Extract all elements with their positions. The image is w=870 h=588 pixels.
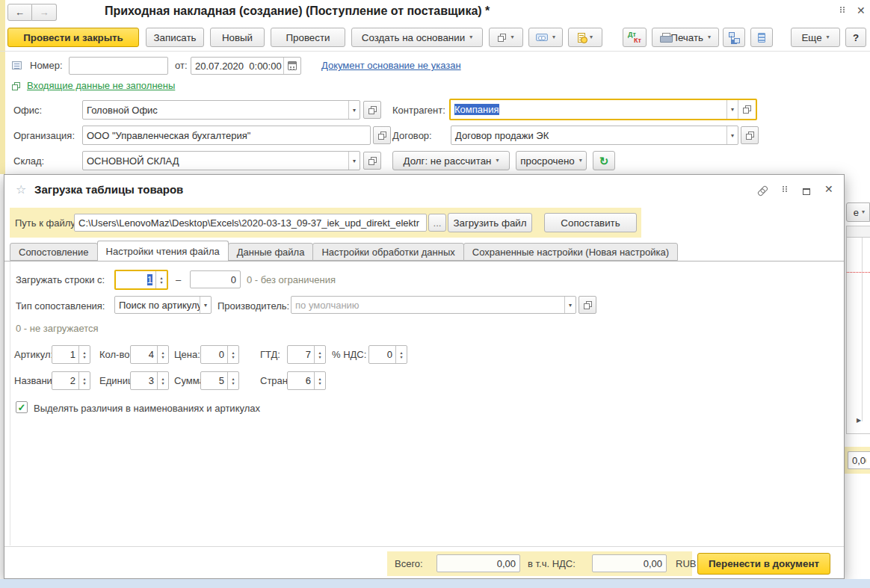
price-column-stepper[interactable]: 0▴▾ (200, 345, 239, 364)
help-button[interactable]: ? (845, 28, 866, 47)
office-combo[interactable]: Головной Офис ▾ (82, 100, 360, 120)
post-and-close-button[interactable]: Провести и закрыть (7, 28, 139, 47)
stepper-arrows[interactable]: ▴▾ (227, 372, 238, 389)
total-field: 0,00 (436, 554, 520, 572)
highlight-differences-checkbox[interactable]: ✓ (16, 401, 28, 413)
match-type-combo[interactable]: Поиск по артикулу ▾ (114, 296, 212, 314)
vat-total-field: 0,00 (592, 554, 667, 572)
stepper-arrows[interactable]: ▴▾ (155, 271, 167, 288)
warehouse-open-button[interactable] (363, 152, 381, 170)
stepper-arrows[interactable]: ▴▾ (78, 346, 90, 363)
contract-open-button[interactable] (741, 126, 759, 144)
toolbar-separator (0, 51, 870, 52)
price-column-label: Цена: (174, 349, 200, 360)
window-close-button[interactable]: ✕ (857, 4, 866, 16)
office-open-button[interactable] (363, 101, 381, 119)
stepper-arrows[interactable]: ▴▾ (157, 346, 168, 363)
gtd-column-stepper[interactable]: 7▴▾ (287, 345, 326, 364)
country-column-stepper[interactable]: 6▴▾ (287, 371, 326, 390)
document-number-icon (12, 61, 22, 72)
sum-column-stepper[interactable]: 5▴▾ (200, 371, 239, 390)
manufacturer-dropdown-button[interactable]: ▾ (564, 297, 576, 313)
page-title: Приходная накладная (создание) (Поступле… (105, 4, 490, 18)
debit-credit-button[interactable]: ДтКт (623, 28, 647, 47)
stepper-arrows[interactable]: ▴▾ (314, 372, 325, 389)
structure-button[interactable] (723, 28, 745, 47)
rows-from-stepper[interactable]: 1 ▴▾ (114, 270, 168, 290)
clipped-more-button[interactable]: е▾ (846, 202, 870, 222)
copy-menu-button[interactable]: ▾ (489, 28, 523, 47)
article-column-stepper[interactable]: 1▴▾ (52, 345, 90, 364)
load-file-button[interactable]: Загрузить файл (448, 213, 532, 232)
warehouse-dropdown-button[interactable]: ▾ (348, 152, 360, 170)
attachments-menu-button[interactable]: ▾ (528, 28, 563, 47)
office-dropdown-button[interactable]: ▾ (348, 101, 360, 119)
tab-file-read-settings[interactable]: Настройки чтения файла (97, 241, 229, 261)
open-icon (584, 301, 592, 309)
stepper-arrows[interactable]: ▴▾ (78, 372, 90, 389)
back-button[interactable]: ← (7, 4, 32, 21)
more-dots-icon (840, 7, 845, 13)
stepper-arrows[interactable]: ▴▾ (157, 372, 168, 389)
forward-button[interactable]: → (32, 4, 57, 21)
match-type-dropdown-button[interactable]: ▾ (200, 297, 211, 313)
vat-column-stepper[interactable]: 0▴▾ (368, 345, 407, 364)
tab-comparison[interactable]: Сопостовление (10, 243, 98, 261)
calendar-button[interactable] (283, 58, 300, 74)
compare-button[interactable]: Сопоставить (544, 213, 637, 232)
stepper-arrows[interactable]: ▴▾ (227, 346, 238, 363)
dialog-menu-button[interactable] (783, 186, 787, 192)
get-link-button[interactable] (757, 185, 768, 199)
dialog-close-button[interactable]: ✕ (824, 183, 833, 195)
window-menu-button[interactable] (840, 7, 845, 13)
overdue-button[interactable]: просрочено▾ (516, 151, 587, 170)
match-type-label: Тип сопоставления: (16, 300, 105, 312)
clipped-scroll-right-button[interactable]: ▶ (857, 417, 861, 424)
stepper-arrows[interactable]: ▴▾ (395, 346, 407, 363)
base-document-link[interactable]: Документ основание не указан (321, 60, 461, 71)
dialog-maximize-button[interactable] (803, 186, 810, 197)
browse-file-button[interactable]: ... (428, 214, 446, 232)
report-list-button[interactable] (750, 28, 773, 47)
quantity-column-stepper[interactable]: 4▴▾ (130, 345, 169, 364)
manufacturer-combo[interactable]: по умолчанию ▾ (291, 296, 576, 314)
clipped-separator (846, 433, 870, 434)
counterparty-open-button[interactable] (738, 100, 756, 119)
refresh-debt-button[interactable]: ↻ (593, 151, 615, 170)
tab-data-processing-settings[interactable]: Настройки обработки данных (312, 243, 463, 261)
more-dots-icon (783, 186, 787, 192)
tab-saved-settings[interactable]: Сохраненные настройки (Новая настройка) (463, 243, 678, 261)
date-input[interactable]: 20.07.2020 0:00:00 (191, 57, 301, 75)
post-button[interactable]: Провести (271, 28, 345, 47)
number-input[interactable] (69, 57, 168, 75)
favorite-star-icon[interactable]: ☆ (16, 182, 26, 196)
contract-dropdown-button[interactable]: ▾ (726, 126, 738, 144)
more-actions-button[interactable]: Еще▾ (791, 28, 840, 47)
chevron-down-icon: ▾ (353, 158, 356, 164)
organization-input[interactable]: ООО "Управленческая бухгалтерия" (82, 126, 371, 145)
contract-combo[interactable]: Договор продажи ЭК ▾ (451, 126, 738, 145)
create-based-on-button[interactable]: Создать на основании▾ (351, 28, 483, 47)
file-path-input[interactable]: C:\Users\LenovoMaz\Desktop\Excels\2020-0… (74, 214, 427, 232)
maximize-icon (803, 188, 810, 195)
tab-file-data[interactable]: Данные файла (228, 243, 314, 261)
counterparty-combo[interactable]: Компания ▾ (449, 99, 757, 120)
name-column-stepper[interactable]: 2▴▾ (52, 371, 90, 390)
contract-value: Договор продажи ЭК (451, 130, 726, 141)
incoming-data-link[interactable]: Входящие данные не заполнены (27, 80, 175, 91)
new-button[interactable]: Новый (210, 28, 265, 47)
print-button[interactable]: Печать▾ (652, 28, 719, 47)
unit-column-stepper[interactable]: 3▴▾ (130, 371, 169, 390)
stepper-arrows[interactable]: ▴▾ (314, 346, 325, 363)
scheduled-docs-menu-button[interactable]: ▾ (568, 28, 602, 47)
debt-button[interactable]: Долг: не рассчитан▾ (392, 151, 510, 170)
write-button[interactable]: Записать (146, 28, 204, 47)
counterparty-dropdown-button[interactable]: ▾ (726, 100, 738, 119)
manufacturer-open-button[interactable] (579, 296, 596, 314)
organization-open-button[interactable] (373, 126, 391, 144)
spin-down-icon: ▾ (318, 355, 321, 359)
rows-to-input[interactable]: 0 (190, 270, 241, 288)
warehouse-combo[interactable]: ОСНОВНОЙ СКЛАД ▾ (82, 151, 360, 170)
transfer-to-document-button[interactable]: Перенести в документ (697, 553, 830, 575)
file-path-label: Путь к файлу: (15, 217, 78, 229)
